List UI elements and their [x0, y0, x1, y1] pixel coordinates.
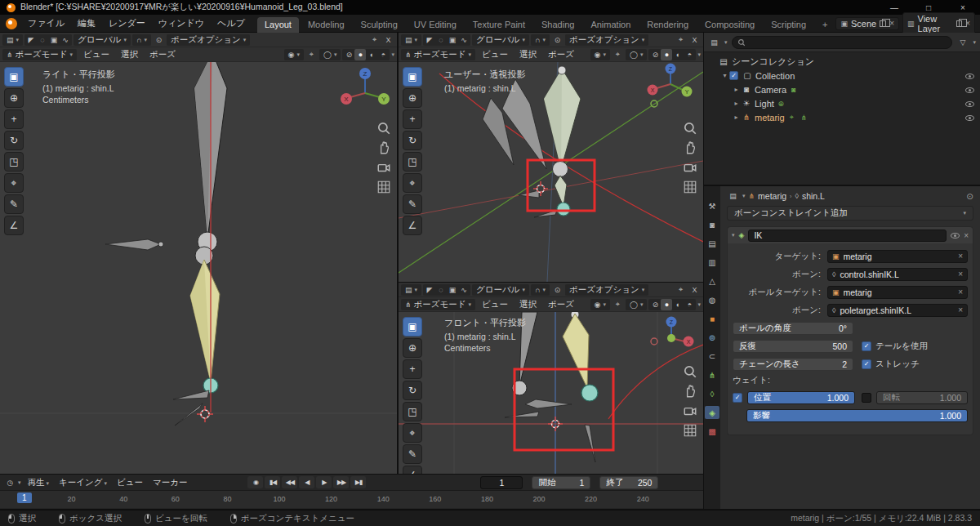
knee-joint-sphere[interactable] — [553, 162, 568, 177]
shading-dropdown-icon[interactable]: ▾ — [697, 301, 701, 308]
tab-layout[interactable]: Layout — [257, 17, 299, 33]
properties-tab-world[interactable]: ◍ — [705, 293, 719, 306]
annotate-tool[interactable]: ✎ — [403, 194, 422, 214]
hip-joint-sphere[interactable] — [558, 66, 566, 74]
outliner-row-metarig[interactable]: ▸⋔metarig⌖⋔ — [704, 110, 980, 124]
move-tool[interactable]: + — [403, 359, 422, 379]
editor-type-caret-icon[interactable]: ▾ — [18, 479, 21, 486]
mirror-x-toggle[interactable]: X — [688, 284, 701, 296]
prev-keyframe-button[interactable]: ◀◀ — [282, 476, 297, 488]
header-select-circle-icon[interactable]: ◌ — [435, 34, 447, 46]
shading-solid-icon[interactable]: ● — [661, 49, 672, 60]
hand-icon[interactable] — [683, 384, 697, 399]
viewport-user-perspective[interactable]: ▤▾◤◌▣∿グローバル▾∩▾⊙ポーズオプション▾⌖X⋔ポーズモード▾ビュー選択ポ… — [399, 33, 703, 282]
clear-target-icon[interactable]: × — [958, 252, 963, 261]
add-workspace-tab[interactable]: + — [815, 17, 835, 33]
rotate-tool[interactable]: ↻ — [403, 381, 422, 400]
menu-レンダー[interactable]: レンダー — [102, 17, 152, 29]
select-box-tool[interactable]: ▣ — [403, 317, 422, 337]
tab-shading[interactable]: Shading — [534, 17, 581, 33]
move-tool[interactable]: + — [403, 109, 422, 129]
zoom-icon[interactable] — [376, 121, 391, 136]
scale-tool[interactable]: ◳ — [4, 152, 24, 172]
ik-target-sphere[interactable] — [581, 385, 598, 401]
proportional-edit-icon[interactable]: ⊙ — [551, 34, 564, 46]
pole-target-field[interactable]: ▣ metarig × — [827, 286, 968, 299]
constraint-name-input[interactable]: IK — [748, 230, 947, 242]
editor-type-button[interactable]: ▤▾ — [401, 284, 421, 296]
cursor-tool[interactable]: ⊕ — [403, 88, 422, 108]
camera-icon[interactable] — [683, 403, 697, 418]
overlays-button[interactable]: ◯▾ — [626, 49, 648, 60]
orientation-selector[interactable]: グローバル▾ — [472, 34, 529, 46]
zoom-icon[interactable] — [683, 364, 697, 379]
viewport-menu-ビュー[interactable]: ビュー — [477, 49, 513, 60]
frame-start-field[interactable]: 開始 1 — [532, 476, 590, 489]
orientation-selector[interactable]: グローバル▾ — [74, 34, 131, 46]
viewport-menu-選択[interactable]: 選択 — [514, 49, 541, 60]
bone-thigh[interactable] — [519, 312, 537, 386]
grid-icon[interactable] — [683, 423, 697, 438]
frame-end-field[interactable]: 終了 250 — [599, 476, 658, 489]
properties-tab-texture[interactable]: ▩ — [705, 425, 719, 438]
hide-in-viewport-toggle[interactable] — [965, 85, 974, 95]
timeline-menu-再生[interactable]: 再生 ▾ — [23, 477, 54, 488]
new-view-layer-icon[interactable] — [956, 20, 962, 27]
position-weight-slider[interactable]: 位置 1.000 — [747, 391, 855, 404]
shading-dropdown-icon[interactable]: ▾ — [697, 51, 701, 58]
proportional-edit-icon[interactable]: ⊙ — [551, 284, 564, 296]
shading-solid-icon[interactable]: ● — [354, 49, 366, 60]
hand-icon[interactable] — [683, 140, 697, 155]
mirror-x-toggle[interactable]: X — [688, 34, 701, 46]
hide-in-viewport-toggle[interactable] — [965, 113, 974, 123]
snap-magnet-button[interactable]: ∩▾ — [531, 284, 550, 296]
proportional-edit-icon[interactable]: ⊙ — [153, 34, 165, 46]
shading-rendered-icon[interactable]: ◓ — [377, 49, 389, 60]
rotate-tool[interactable]: ↻ — [4, 131, 24, 150]
ik-target-sphere[interactable] — [557, 203, 570, 216]
current-frame-marker[interactable]: 1 — [17, 493, 32, 503]
pose-options-dropdown[interactable]: ポーズオプション▾ — [167, 34, 250, 46]
breadcrumb-object[interactable]: metarig — [758, 191, 786, 201]
expander-icon[interactable]: ▸ — [732, 86, 741, 93]
gizmo-visibility-icon[interactable]: ⌖ — [368, 34, 381, 46]
expand-caret-icon[interactable]: ▾ — [732, 232, 735, 238]
viewport-right-ortho[interactable]: ▤▾◤◌▣∿グローバル▾∩▾⊙ポーズオプション▾⌖X⋔ポーズモード▾ビュー選択ポ… — [0, 33, 397, 474]
measure-tool[interactable]: ∠ — [4, 216, 24, 235]
properties-tab-bone-constraint[interactable]: ◈ — [705, 406, 719, 419]
timeline-menu-キーイング[interactable]: キーイング ▾ — [54, 477, 112, 488]
tab-scripting[interactable]: Scripting — [764, 17, 813, 33]
snap-magnet-button[interactable]: ∩▾ — [531, 34, 550, 46]
rotation-weight-slider[interactable]: 回転 1.000 — [876, 391, 968, 404]
clear-pole-bone-icon[interactable]: × — [958, 305, 963, 314]
shading-dropdown-icon[interactable]: ▾ — [391, 51, 394, 58]
shading-wireframe-icon[interactable]: ⊘ — [343, 49, 354, 60]
tab-animation[interactable]: Animation — [583, 17, 638, 33]
show-gizmo-icon[interactable]: ⌖ — [305, 49, 318, 60]
outliner-row-camera[interactable]: ▸◙Camera◙ — [704, 82, 980, 96]
object-visibility-button[interactable]: ◉▾ — [590, 299, 610, 310]
menu-ウィンドウ[interactable]: ウィンドウ — [152, 17, 211, 29]
collection-checkbox[interactable]: ✓ — [729, 71, 738, 80]
editor-type-caret-icon[interactable]: ▾ — [742, 193, 746, 199]
clear-bone-icon[interactable]: × — [958, 270, 963, 279]
current-frame-field[interactable]: 1 — [480, 476, 523, 489]
shading-rendered-icon[interactable]: ◓ — [684, 49, 695, 60]
jump-to-end-button[interactable]: ▶▮ — [350, 476, 366, 488]
header-select-circle-icon[interactable]: ◌ — [37, 34, 48, 46]
viewport-menu-ポーズ[interactable]: ポーズ — [543, 49, 579, 60]
overlays-button[interactable]: ◯▾ — [626, 299, 648, 310]
header-select-circle-icon[interactable]: ◌ — [435, 284, 447, 296]
editor-type-button[interactable]: ▤▾ — [2, 34, 23, 46]
outliner-row-light[interactable]: ▸☀Light⊕ — [704, 96, 980, 110]
chain-length-field[interactable]: チェーンの長さ 2 — [733, 358, 853, 371]
grid-icon[interactable] — [683, 180, 697, 194]
tab-texture-paint[interactable]: Texture Paint — [466, 17, 532, 33]
tab-sculpting[interactable]: Sculpting — [354, 17, 405, 33]
filter-funnel-icon[interactable]: ▽ — [956, 37, 969, 48]
editor-type-icon[interactable]: ▤ — [727, 190, 739, 202]
scene-selector[interactable]: ▣ Scene × — [835, 17, 899, 30]
editor-type-icon[interactable]: ◷ — [4, 477, 16, 488]
menu-編集[interactable]: 編集 — [71, 17, 102, 29]
bone-floating[interactable] — [105, 239, 161, 250]
